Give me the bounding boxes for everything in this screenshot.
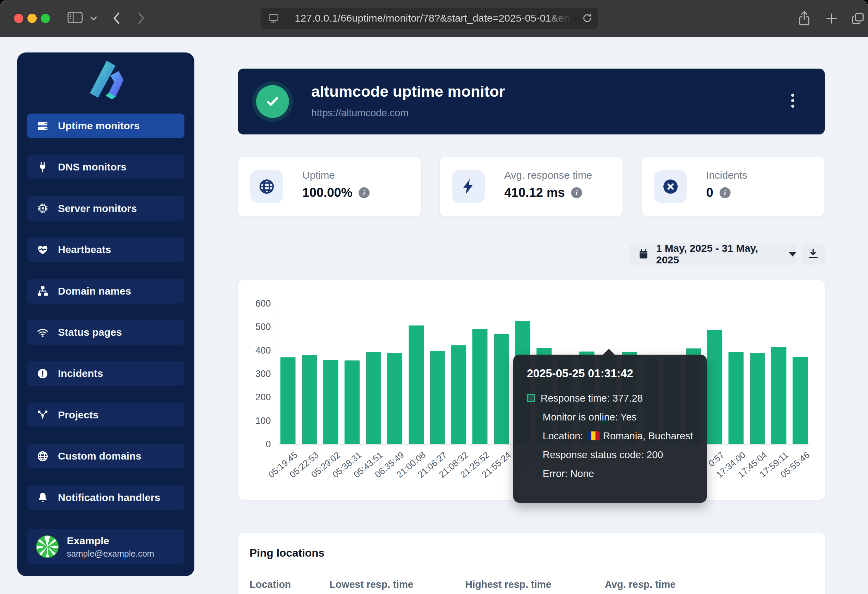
address-bar[interactable]: 127.0.0.1/66uptime/monitor/78?&start_dat… [261,7,598,29]
chart-y-axis [278,303,278,445]
tooltip-row-error: Error: None [527,464,693,483]
zoom-window-button[interactable] [41,14,50,23]
chart-bar[interactable] [302,355,317,444]
chart-tooltip: 2025-05-25 01:31:42 Response time: 377.2… [513,355,707,503]
stat-value: 100.00% [303,186,353,200]
sidebar-item-uptime-monitors[interactable]: Uptime monitors [27,114,185,138]
series-legend-swatch [527,394,535,402]
stat-label: Incidents [706,169,747,181]
date-range-picker[interactable]: 1 May, 2025 - 31 May, 2025 [629,244,796,265]
ping-locations-title: Ping locations [249,547,325,559]
sidebar-item-dns-monitors[interactable]: DNS monitors [27,155,185,179]
chart-bar[interactable] [793,357,807,444]
sidebar-item-status-pages[interactable]: Status pages [27,320,185,345]
plug-icon [37,161,49,173]
forward-icon[interactable] [138,12,145,25]
sitemap-icon [37,285,49,297]
chevron-down-icon[interactable] [90,16,97,21]
chart-bar[interactable] [707,330,722,444]
stat-label: Uptime [303,169,335,181]
sidebar-item-projects[interactable]: Projects [27,403,185,427]
toolbar-divider [85,10,86,26]
tooltip-row-response-status-code: Response status code: 200 [527,445,693,464]
sidebar-item-notification-handlers[interactable]: Notification handlers [27,485,185,510]
sidebar-item-label: Server monitors [58,203,137,214]
y-tick-label: 100 [246,416,271,426]
monitor-url: https://altumcode.com [311,107,409,119]
info-icon[interactable]: i [571,187,582,198]
sidebar-panel-icon[interactable] [67,11,83,24]
chart-bar[interactable] [472,329,487,444]
chart-bar[interactable] [280,358,295,444]
plus-icon[interactable] [825,12,838,25]
profile-email: sample@example.com [67,549,154,559]
chart-bar[interactable] [451,345,466,444]
page-icon [268,13,279,24]
page-title: altumcode uptime monitor [311,83,505,100]
chart-bar[interactable] [323,360,338,444]
tabs-icon[interactable] [851,11,865,26]
chart-bar[interactable] [728,352,744,444]
chart-bar[interactable] [344,361,360,444]
sidebar-item-label: Heartbeats [58,244,111,256]
ping-column-highest-resp-time: Highest resp. time [465,579,551,590]
chart-bar[interactable] [387,353,402,445]
browser-window: 127.0.0.1/66uptime/monitor/78?&start_dat… [0,0,868,594]
stat-label: Avg. response time [504,169,592,181]
minimize-window-button[interactable] [27,14,37,23]
kebab-menu-icon[interactable] [786,91,799,112]
tooltip-title: 2025-05-25 01:31:42 [527,367,693,380]
bolt-icon [452,170,485,203]
chart-bar[interactable] [771,347,787,444]
stat-card-incidents: Incidents0i [642,157,824,216]
sidebar-item-label: Domain names [58,285,131,297]
chart-bar[interactable] [750,353,765,445]
sidebar-item-heartbeats[interactable]: Heartbeats [27,237,185,262]
sidebar-item-label: Status pages [58,327,122,338]
chart-bar[interactable] [430,351,445,444]
ping-column-location: Location [249,579,291,590]
sidebar-item-domain-names[interactable]: Domain names [27,279,185,303]
avatar [36,535,59,558]
download-icon [807,248,819,261]
user-profile[interactable]: Example sample@example.com [27,529,185,564]
ping-column-lowest-resp-time: Lowest resp. time [329,579,413,590]
download-button[interactable] [801,244,825,265]
url-text: 127.0.0.1/66uptime/monitor/78?&start_dat… [295,12,574,24]
globe-icon [37,450,49,462]
altumcode-logo [86,59,127,100]
close-window-button[interactable] [14,14,23,23]
info-icon[interactable]: i [359,187,369,198]
sidebar-item-label: Custom domains [58,450,141,462]
back-icon[interactable] [112,12,120,25]
y-tick-label: 200 [246,392,271,403]
reload-icon[interactable] [582,13,593,24]
sidebar-item-incidents[interactable]: Incidents [27,361,185,386]
wifi-icon [37,327,49,338]
y-tick-label: 500 [246,322,271,332]
sidebar-item-custom-domains[interactable]: Custom domains [27,444,185,468]
tooltip-rows: Response time: 377.28Monitor is online: … [527,389,693,483]
sidebar-item-server-monitors[interactable]: Server monitors [27,196,185,221]
y-tick-label: 0 [246,439,271,450]
info-icon[interactable]: i [720,187,731,198]
caret-down-icon [789,252,796,257]
server-stack-icon [37,120,49,132]
browser-toolbar: 127.0.0.1/66uptime/monitor/78?&start_dat… [0,0,868,37]
tooltip-arrow [603,349,615,355]
y-tick-label: 400 [246,345,271,356]
sidebar: Uptime monitorsDNS monitorsServer monito… [17,52,194,576]
y-tick-label: 600 [246,298,271,309]
tooltip-row-location: Location: Romania, Bucharest [527,427,693,445]
chart-bar[interactable] [494,334,509,444]
share-nodes-icon [37,409,49,421]
sidebar-item-label: Incidents [58,368,103,379]
chart-bar[interactable] [409,325,424,444]
share-icon[interactable] [797,10,811,27]
page-content: Uptime monitorsDNS monitorsServer monito… [0,37,868,594]
main-content: altumcode uptime monitor https://altumco… [238,37,825,594]
stat-card-avg-response-time: Avg. response time410.12 msi [440,157,623,216]
romania-flag-icon [587,431,599,440]
stat-card-uptime: Uptime100.00%i [238,157,421,216]
chart-bar[interactable] [366,352,381,444]
